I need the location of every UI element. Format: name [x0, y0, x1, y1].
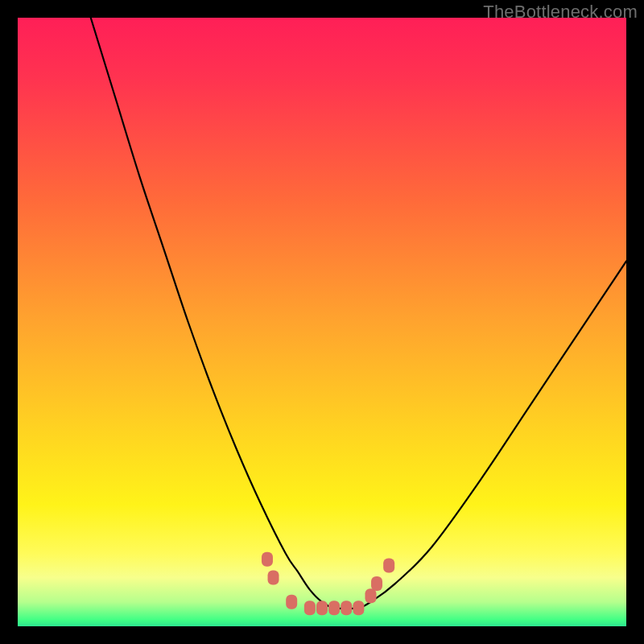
watermark-text: TheBottleneck.com [483, 2, 638, 23]
bottom-dot [341, 601, 352, 615]
bottom-dot [262, 552, 273, 567]
chart-frame: TheBottleneck.com [0, 0, 644, 644]
bottom-dot [328, 601, 340, 615]
bottom-dot [268, 571, 279, 585]
bottom-dot [304, 601, 316, 615]
bottom-dot [316, 601, 328, 615]
bottom-dot [286, 595, 297, 609]
bottom-dot [365, 588, 376, 603]
bottom-dot [383, 558, 394, 572]
bottom-dot [353, 601, 364, 615]
curve-svg [18, 18, 626, 626]
plot-area [18, 18, 626, 626]
bottleneck-curve [91, 18, 626, 609]
bottom-dot [371, 576, 382, 591]
